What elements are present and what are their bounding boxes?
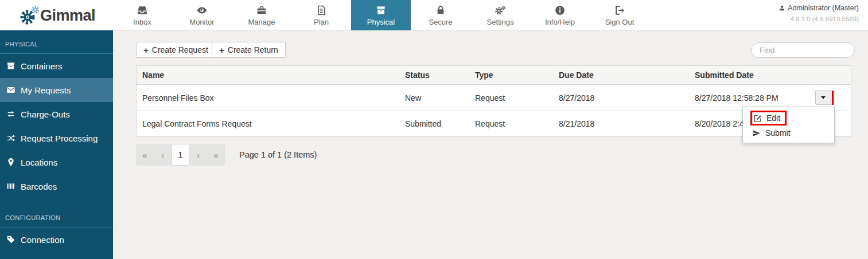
swap-arrows-icon <box>6 109 15 119</box>
menu-item-submit[interactable]: Submit <box>743 126 834 140</box>
nav-tab-monitor[interactable]: Monitor <box>172 0 232 30</box>
sidebar-item-label: Connection <box>21 235 64 245</box>
first-page-button[interactable]: « <box>136 144 154 166</box>
column-header-type[interactable]: Type <box>469 70 553 80</box>
map-pin-icon <box>6 158 15 167</box>
current-user[interactable]: Administrator (Master) <box>779 4 859 12</box>
sidebar-item-label: Barcodes <box>21 182 57 191</box>
pager-buttons: « ‹ 1 › » <box>136 144 225 166</box>
cell-name: Personnel Files Box <box>137 93 399 103</box>
top-nav: Inbox Monitor Manage Plan Physical Secur… <box>112 0 649 30</box>
cell-name: Legal Contract Forms Request <box>137 119 399 128</box>
nav-tab-secure[interactable]: Secure <box>411 0 470 30</box>
nav-tab-plan[interactable]: Plan <box>291 0 351 30</box>
person-icon <box>779 5 785 11</box>
column-header-status[interactable]: Status <box>399 70 469 80</box>
find-input[interactable] <box>751 42 855 58</box>
table-header-row: Name Status Type Due Date Submitted Date <box>137 66 851 85</box>
cell-type: Request <box>469 93 553 103</box>
nav-label: Manage <box>248 18 275 26</box>
menu-item-label: Submit <box>765 128 791 138</box>
sidebar-item-charge-outs[interactable]: Charge-Outs <box>0 102 113 126</box>
nav-tab-inbox[interactable]: Inbox <box>112 0 172 30</box>
nav-label: Settings <box>487 18 514 26</box>
lock-icon <box>435 5 446 16</box>
cell-status: New <box>399 93 469 103</box>
tag-icon <box>6 235 15 244</box>
column-header-due-date[interactable]: Due Date <box>553 70 689 80</box>
sidebar-item-locations[interactable]: Locations <box>0 150 113 174</box>
cell-actions <box>815 91 852 105</box>
briefcase-icon <box>256 5 267 16</box>
user-name: Administrator (Master) <box>788 4 859 12</box>
page-info: Page 1 of 1 (2 Items) <box>239 150 317 159</box>
sidebar-item-containers[interactable]: Containers <box>0 54 113 78</box>
archive-box-icon <box>375 5 387 16</box>
menu-item-edit[interactable]: Edit <box>743 110 834 126</box>
row-actions-dropdown-button[interactable] <box>815 91 831 105</box>
sidebar-item-label: Request Processing <box>21 134 98 143</box>
last-page-button[interactable]: » <box>207 144 225 166</box>
nav-label: Inbox <box>133 18 151 26</box>
plus-icon: + <box>143 45 149 55</box>
pagination: « ‹ 1 › » Page 1 of 1 (2 Items) <box>136 144 317 166</box>
nav-label: Monitor <box>189 18 214 26</box>
column-header-submitted-date[interactable]: Submitted Date <box>689 70 815 80</box>
cell-status: Submitted <box>399 119 469 128</box>
caret-down-icon <box>821 96 826 99</box>
nav-tab-settings[interactable]: Settings <box>470 0 530 30</box>
nav-tab-manage[interactable]: Manage <box>232 0 291 30</box>
sidebar-item-label: Containers <box>21 61 63 71</box>
envelope-icon <box>6 85 15 95</box>
cell-submitted-date: 8/27/2018 12:58:28 PM <box>689 93 815 103</box>
plus-icon: + <box>219 45 224 55</box>
info-icon <box>554 5 566 16</box>
sidebar-section-physical: PHYSICAL <box>0 30 113 54</box>
sidebar: PHYSICAL Containers My Requests Charge-O… <box>0 30 113 259</box>
edit-icon <box>753 114 762 123</box>
eye-icon <box>196 5 208 16</box>
sign-out-icon <box>614 5 625 16</box>
create-return-button[interactable]: + Create Return <box>212 42 286 58</box>
sidebar-item-label: Charge-Outs <box>21 109 70 119</box>
nav-label: Plan <box>314 18 329 26</box>
user-box: Administrator (Master) 4.6.1.0 (4.5.6919… <box>779 4 859 22</box>
paper-plane-icon <box>752 129 761 138</box>
sidebar-item-label: Locations <box>21 158 57 167</box>
shuffle-icon <box>6 134 15 143</box>
nav-label: Secure <box>429 18 452 26</box>
document-icon <box>316 5 327 16</box>
app-version: 4.6.1.0 (4.5.6919.5569) <box>779 15 859 22</box>
create-return-label: Create Return <box>228 45 278 54</box>
sidebar-item-barcodes[interactable]: Barcodes <box>0 174 113 198</box>
archive-box-icon <box>6 61 15 70</box>
previous-page-button[interactable]: ‹ <box>154 144 172 166</box>
gears-icon <box>495 5 506 16</box>
main-content: + Create Request + Create Return Name St… <box>113 30 868 259</box>
row-actions-menu: Edit Submit <box>742 107 835 143</box>
nav-tab-info-help[interactable]: Info/Help <box>530 0 590 30</box>
sidebar-item-my-requests[interactable]: My Requests <box>0 78 113 102</box>
cell-due-date: 8/27/2018 <box>553 93 689 103</box>
inbox-icon <box>137 5 148 16</box>
nav-tab-physical[interactable]: Physical <box>351 0 411 30</box>
current-page-button[interactable]: 1 <box>172 144 189 166</box>
sidebar-section-configuration: CONFIGURATION <box>0 211 113 227</box>
nav-label: Physical <box>367 18 395 26</box>
gimmal-gears-icon <box>20 5 42 26</box>
create-request-button[interactable]: + Create Request <box>136 42 216 58</box>
cell-type: Request <box>469 119 553 128</box>
sidebar-item-connection[interactable]: Connection <box>0 227 113 252</box>
gimmal-logo[interactable]: Gimmal <box>20 3 95 28</box>
sidebar-spacer <box>0 198 113 211</box>
menu-item-label: Edit <box>766 113 780 123</box>
column-header-name[interactable]: Name <box>137 70 399 80</box>
nav-tab-sign-out[interactable]: Sign Out <box>590 0 649 30</box>
create-request-label: Create Request <box>152 45 208 54</box>
edit-annotation-box: Edit <box>752 112 785 124</box>
nav-label: Sign Out <box>605 18 635 26</box>
top-bar: Gimmal Inbox Monitor Manage Plan Physica… <box>0 0 868 30</box>
next-page-button[interactable]: › <box>189 144 207 166</box>
nav-label: Info/Help <box>545 18 575 26</box>
sidebar-item-request-processing[interactable]: Request Processing <box>0 126 113 150</box>
